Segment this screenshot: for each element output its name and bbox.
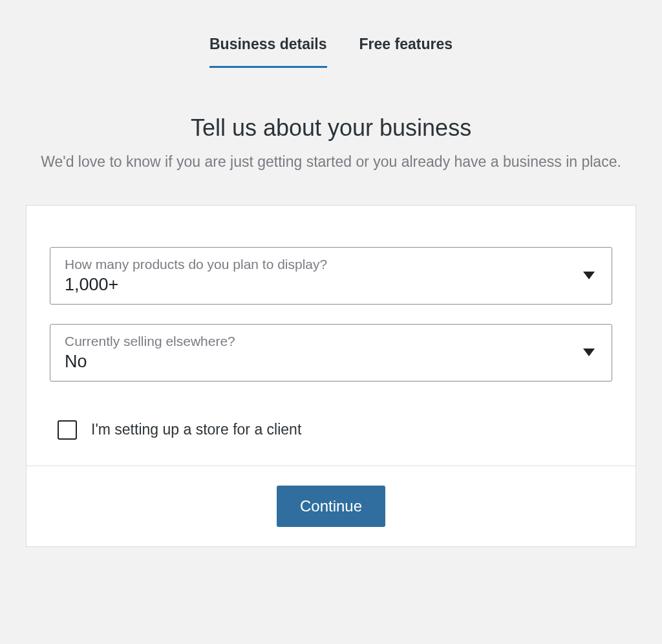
- continue-button[interactable]: Continue: [277, 486, 385, 527]
- product-count-value: 1,000+: [65, 275, 579, 295]
- page-subtitle: We'd love to know if you are just gettin…: [34, 151, 628, 174]
- product-count-label: How many products do you plan to display…: [65, 257, 579, 272]
- product-count-select[interactable]: How many products do you plan to display…: [50, 247, 612, 305]
- client-checkbox-row: I'm setting up a store for a client: [50, 420, 612, 440]
- chevron-down-icon: [583, 349, 595, 356]
- tab-business-details[interactable]: Business details: [209, 36, 327, 68]
- chevron-down-icon: [583, 272, 595, 279]
- selling-elsewhere-value: No: [65, 352, 579, 372]
- wizard-tabs: Business details Free features: [26, 0, 636, 68]
- selling-elsewhere-select[interactable]: Currently selling elsewhere? No: [50, 324, 612, 381]
- tab-free-features[interactable]: Free features: [359, 36, 453, 68]
- page-title: Tell us about your business: [26, 114, 636, 142]
- client-checkbox-label: I'm setting up a store for a client: [91, 421, 301, 438]
- selling-elsewhere-label: Currently selling elsewhere?: [65, 334, 579, 349]
- client-checkbox[interactable]: [58, 420, 77, 440]
- business-details-card: How many products do you plan to display…: [26, 205, 636, 547]
- card-footer: Continue: [27, 466, 635, 546]
- page-heading: Tell us about your business We'd love to…: [26, 114, 636, 174]
